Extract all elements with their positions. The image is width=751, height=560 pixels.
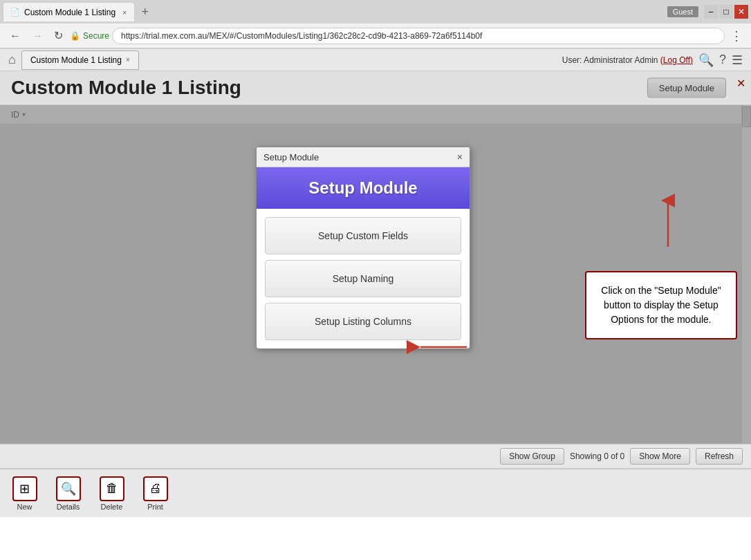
page-close-btn[interactable]: ✕ bbox=[736, 77, 745, 90]
refresh-btn[interactable]: ↻ bbox=[50, 26, 67, 45]
close-btn[interactable]: ✕ bbox=[734, 5, 748, 19]
secure-indicator: 🔒 Secure bbox=[70, 31, 109, 41]
modal-body: Setup Custom Fields Setup Naming Setup L… bbox=[257, 209, 470, 348]
page-header: Custom Module 1 Listing Setup Module ✕ bbox=[0, 71, 751, 105]
setup-module-modal: Setup Module × Setup Module Setup Custom… bbox=[256, 147, 470, 349]
details-btn[interactable]: 🔍 Details bbox=[49, 474, 87, 514]
new-label: New bbox=[17, 503, 32, 511]
guest-badge: Guest bbox=[667, 6, 698, 17]
tab-close-btn[interactable]: × bbox=[122, 8, 127, 17]
maximize-btn[interactable]: □ bbox=[719, 5, 733, 19]
arrow-left-icon bbox=[415, 337, 470, 357]
modal-header: Setup Module bbox=[257, 167, 470, 209]
details-label: Details bbox=[57, 503, 80, 511]
app-tab-close-btn[interactable]: × bbox=[126, 56, 130, 64]
toolbar: ⊞ New 🔍 Details 🗑 Delete 🖨 Print bbox=[0, 469, 751, 517]
nav-bar: ← → ↻ 🔒 Secure https://trial.mex.com.au/… bbox=[0, 24, 751, 48]
tooltip-text: Click on the "Setup Module" button to di… bbox=[601, 285, 721, 325]
app-tab-bar: ⌂ Custom Module 1 Listing × User: Admini… bbox=[0, 49, 751, 71]
window-controls: – □ ✕ bbox=[704, 5, 748, 19]
browser-tab-bar: 📄 Custom Module 1 Listing × + Guest – □ … bbox=[0, 0, 751, 24]
new-icon: ⊞ bbox=[12, 476, 37, 501]
show-group-btn[interactable]: Show Group bbox=[500, 448, 564, 465]
delete-label: Delete bbox=[101, 503, 123, 511]
minimize-btn[interactable]: – bbox=[704, 5, 718, 19]
details-icon: 🔍 bbox=[56, 476, 81, 501]
app-tab-label: Custom Module 1 Listing bbox=[30, 55, 122, 65]
tooltip-box: Click on the "Setup Module" button to di… bbox=[585, 271, 737, 339]
new-btn[interactable]: ⊞ New bbox=[6, 474, 44, 514]
delete-icon: 🗑 bbox=[100, 476, 124, 501]
tab-label: Custom Module 1 Listing bbox=[24, 8, 115, 17]
showing-count: Showing 0 of 0 bbox=[570, 451, 624, 461]
secure-label: Secure bbox=[83, 31, 109, 41]
setup-listing-columns-btn[interactable]: Setup Listing Columns bbox=[265, 303, 461, 340]
delete-btn[interactable]: 🗑 Delete bbox=[93, 474, 131, 514]
user-info: User: Administrator Admin (Log Off) bbox=[562, 55, 693, 65]
logoff-link[interactable]: (Log Off) bbox=[660, 55, 693, 65]
help-btn[interactable]: ? bbox=[719, 53, 726, 68]
forward-btn[interactable]: → bbox=[28, 27, 47, 45]
main-content: ID ▾ Setup Module × Setup Module Setup C… bbox=[0, 105, 751, 444]
search-btn[interactable]: 🔍 bbox=[698, 53, 714, 68]
new-tab-btn[interactable]: + bbox=[138, 5, 154, 19]
setup-naming-btn[interactable]: Setup Naming bbox=[265, 260, 461, 297]
print-label: Print bbox=[147, 503, 163, 511]
page-title: Custom Module 1 Listing bbox=[11, 77, 241, 99]
lock-icon: 🔒 bbox=[70, 31, 80, 41]
app-icon-bar: 🔍 ? ☰ bbox=[693, 53, 748, 68]
app-menu-btn[interactable]: ☰ bbox=[732, 53, 743, 68]
url-bar[interactable]: https://trial.mex.com.au/MEX/#/CustomMod… bbox=[112, 28, 725, 44]
browser-tab[interactable]: 📄 Custom Module 1 Listing × bbox=[3, 2, 135, 21]
setup-custom-fields-btn[interactable]: Setup Custom Fields bbox=[265, 217, 461, 254]
modal-titlebar-label: Setup Module bbox=[263, 152, 319, 162]
print-btn[interactable]: 🖨 Print bbox=[136, 474, 174, 514]
app-tab-active[interactable]: Custom Module 1 Listing × bbox=[21, 50, 139, 70]
home-btn[interactable]: ⌂ bbox=[3, 50, 21, 70]
back-btn[interactable]: ← bbox=[6, 27, 25, 45]
user-name: User: Administrator Admin bbox=[562, 55, 658, 65]
modal-close-btn[interactable]: × bbox=[457, 151, 463, 162]
tab-page-icon: 📄 bbox=[10, 8, 20, 17]
modal-titlebar: Setup Module × bbox=[257, 147, 470, 167]
setup-module-btn[interactable]: Setup Module bbox=[647, 78, 726, 98]
modal-title: Setup Module bbox=[268, 178, 458, 198]
show-more-btn[interactable]: Show More bbox=[630, 448, 690, 465]
browser-menu-btn[interactable]: ⋮ bbox=[727, 26, 745, 46]
print-icon: 🖨 bbox=[143, 476, 168, 501]
status-bar: Show Group Showing 0 of 0 Show More Refr… bbox=[0, 444, 751, 469]
arrow-up-icon bbox=[647, 195, 689, 250]
refresh-btn[interactable]: Refresh bbox=[696, 448, 743, 465]
